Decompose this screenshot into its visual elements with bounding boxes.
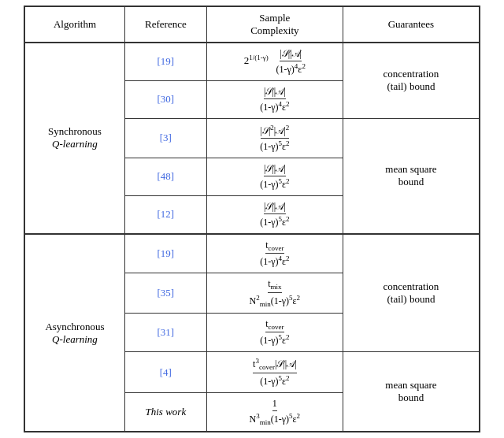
fraction: 1 N3min(1-γ)5ε2	[250, 398, 301, 426]
header-algorithm: Algorithm	[25, 6, 125, 43]
reference-link: [31]	[158, 326, 175, 338]
fraction: tcover (1-γ)4ε2	[260, 239, 289, 268]
numerator: tcover	[265, 239, 284, 254]
this-work-label: This work	[146, 406, 187, 418]
complexity-cell: |𝒮||𝒜| (1-γ)4ε2	[206, 80, 343, 118]
ref-cell: [31]	[124, 314, 206, 352]
comparison-table: Algorithm Reference SampleComplexity Gua…	[24, 6, 480, 432]
denominator: N2min(1-γ)5ε2	[250, 293, 301, 308]
denominator: (1-γ)5ε2	[260, 214, 289, 228]
header-sample-complexity: SampleComplexity	[206, 6, 343, 43]
denominator: (1-γ)5ε2	[260, 373, 289, 388]
algorithm-name: Synchronous	[32, 125, 118, 138]
ref-cell: [48]	[124, 158, 206, 195]
denominator: (1-γ)5ε2	[260, 139, 289, 153]
reference-link: [4]	[160, 366, 172, 378]
ref-cell: [35]	[124, 273, 206, 314]
algorithm-subname: Q-learning	[32, 333, 118, 346]
fraction: tmix N2min(1-γ)5ε2	[250, 278, 301, 308]
complexity-cell: t3cover|𝒮||𝒜| (1-γ)5ε2	[206, 352, 343, 392]
reference-link: [12]	[158, 208, 175, 220]
reference-link: [30]	[158, 93, 175, 105]
ref-cell: [30]	[124, 80, 206, 118]
complexity-cell: |𝒮||𝒜| (1-γ)5ε2	[206, 195, 343, 234]
denominator: (1-γ)5ε2	[260, 332, 289, 347]
complexity-cell: |𝒮||𝒜| (1-γ)5ε2	[206, 158, 343, 195]
complexity-cell: 1 N3min(1-γ)5ε2	[206, 392, 343, 431]
fraction: |𝒮||𝒜| (1-γ)4ε2	[276, 48, 306, 76]
complexity-cell: |𝒮|2|𝒜|2 (1-γ)5ε2	[206, 118, 343, 158]
guarantee-cell: concentration(tail) bound	[343, 234, 479, 352]
denominator: N3min(1-γ)5ε2	[250, 411, 301, 426]
header-reference: Reference	[124, 6, 206, 43]
numerator: 1	[272, 398, 277, 411]
denominator: (1-γ)5ε2	[260, 176, 289, 191]
complexity-cell: tcover (1-γ)5ε2	[206, 314, 343, 352]
denominator: (1-γ)4ε2	[260, 99, 289, 113]
reference-link: [3]	[160, 132, 172, 143]
fraction: t3cover|𝒮||𝒜| (1-γ)5ε2	[253, 357, 296, 387]
guarantee-cell: concentration(tail) bound	[343, 43, 479, 119]
denominator: (1-γ)4ε2	[276, 61, 306, 76]
complexity-cell: 21/(1-γ) |𝒮||𝒜| (1-γ)4ε2	[206, 43, 343, 81]
algorithm-subname: Q-learning	[32, 138, 118, 150]
table-row: Asynchronous Q-learning [19] tcover (1-γ…	[25, 234, 480, 273]
reference-link: [48]	[158, 170, 175, 182]
header-guarantees: Guarantees	[343, 6, 479, 43]
fraction: |𝒮||𝒜| (1-γ)5ε2	[260, 163, 289, 191]
reference-link: [35]	[158, 287, 175, 299]
numerator: |𝒮|2|𝒜|2	[261, 124, 290, 139]
guarantee-cell: mean squarebound	[343, 118, 479, 234]
ref-cell: This work	[124, 392, 206, 431]
fraction: |𝒮|2|𝒜|2 (1-γ)5ε2	[260, 124, 289, 153]
complexity-cell: tmix N2min(1-γ)5ε2	[206, 273, 343, 314]
ref-cell: [12]	[124, 195, 206, 234]
complexity-cell: tcover (1-γ)4ε2	[206, 234, 343, 273]
fraction: tcover (1-γ)5ε2	[260, 318, 289, 347]
algorithm-synchronous: Synchronous Q-learning	[25, 43, 125, 234]
numerator: tcover	[265, 318, 284, 332]
numerator: tmix	[268, 278, 281, 292]
algorithm-name: Asynchronous	[32, 321, 118, 333]
ref-cell: [3]	[124, 118, 206, 158]
denominator: (1-γ)4ε2	[260, 254, 289, 268]
table-row: Synchronous Q-learning [19] 21/(1-γ) |𝒮|…	[25, 43, 480, 81]
ref-cell: [19]	[124, 234, 206, 273]
algorithm-asynchronous: Asynchronous Q-learning	[25, 234, 125, 432]
fraction: |𝒮||𝒜| (1-γ)4ε2	[260, 86, 289, 113]
table-header: Algorithm Reference SampleComplexity Gua…	[25, 6, 480, 43]
reference-link: [19]	[158, 247, 175, 259]
numerator: |𝒮||𝒜|	[280, 48, 302, 61]
ref-cell: [4]	[124, 352, 206, 392]
numerator: |𝒮||𝒜|	[264, 201, 286, 214]
reference-link: [19]	[158, 55, 175, 67]
guarantee-cell: mean squarebound	[343, 352, 479, 432]
numerator: |𝒮||𝒜|	[264, 86, 286, 99]
fraction: |𝒮||𝒜| (1-γ)5ε2	[260, 201, 289, 228]
numerator: |𝒮||𝒜|	[264, 163, 286, 176]
numerator: t3cover|𝒮||𝒜|	[253, 357, 296, 373]
ref-cell: [19]	[124, 43, 206, 81]
